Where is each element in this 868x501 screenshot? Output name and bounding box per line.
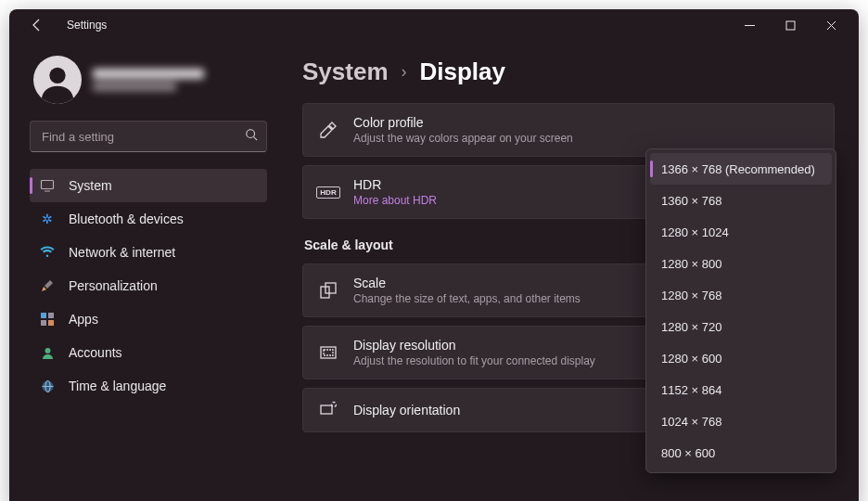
nav-label: Apps [69,312,98,327]
apps-icon [39,311,56,328]
svg-rect-21 [321,405,332,414]
nav-personalization[interactable]: Personalization [30,269,267,302]
nav-label: Personalization [69,278,158,293]
hdr-icon: HDR [318,182,338,202]
maximize-button[interactable] [770,9,811,41]
dropdown-option[interactable]: 1280 × 1024 [650,216,832,248]
svg-point-5 [247,130,255,138]
svg-rect-7 [42,181,54,189]
resolution-icon [318,342,338,363]
wifi-icon [39,244,56,261]
card-subtitle: Adjust the way colors appear on your scr… [353,132,819,145]
svg-rect-18 [326,283,336,293]
dropdown-option[interactable]: 1280 × 768 [650,279,832,311]
dropdown-option[interactable]: 1360 × 768 [650,185,832,216]
paintbrush-icon [39,277,56,294]
nav-label: System [69,178,112,193]
nav-label: Time & language [69,379,166,393]
settings-window: Settings Syste [9,9,859,501]
svg-point-4 [49,68,65,84]
orientation-icon [318,400,338,420]
dropdown-option[interactable]: 800 × 600 [650,437,832,469]
svg-rect-20 [324,350,333,355]
nav-label: Bluetooth & devices [69,212,184,226]
dropdown-option[interactable]: 1280 × 800 [650,248,832,279]
search-input[interactable] [30,121,267,152]
back-button[interactable] [24,12,50,38]
breadcrumb-current: Display [420,58,506,86]
nav-time-language[interactable]: Time & language [30,369,267,403]
svg-line-6 [254,137,258,141]
sidebar: System ✲ Bluetooth & devices Network & i… [9,41,278,501]
svg-rect-9 [41,313,46,318]
titlebar-title: Settings [67,19,107,32]
dropdown-option[interactable]: 1024 × 768 [650,405,832,437]
nav-system[interactable]: System [30,169,267,202]
nav-list: System ✲ Bluetooth & devices Network & i… [30,169,267,403]
svg-point-13 [45,348,50,353]
bluetooth-icon: ✲ [39,211,56,227]
titlebar: Settings [9,9,859,41]
svg-rect-1 [786,21,795,30]
main-pane: System › Display Color profile Adjust th… [278,41,859,501]
svg-point-22 [332,403,337,407]
window-controls [729,9,851,41]
nav-network[interactable]: Network & internet [30,236,267,269]
breadcrumb: System › Display [302,58,835,86]
nav-label: Network & internet [69,245,175,260]
dropdown-option[interactable]: 1366 × 768 (Recommended) [650,153,832,185]
nav-apps[interactable]: Apps [30,302,267,336]
avatar [33,56,82,104]
nav-accounts[interactable]: Accounts [30,336,267,369]
breadcrumb-root[interactable]: System [302,58,389,86]
dropdown-option[interactable]: 1280 × 600 [650,342,832,374]
profile-text-blurred [93,69,204,91]
resolution-dropdown[interactable]: 1366 × 768 (Recommended) 1360 × 768 1280… [645,148,836,473]
minimize-button[interactable] [729,9,770,41]
svg-rect-12 [48,320,54,326]
globe-icon [39,378,56,394]
svg-rect-10 [48,313,54,318]
search-box[interactable] [30,121,267,152]
dropdown-option[interactable]: 1280 × 720 [650,311,832,342]
scale-icon [318,280,338,301]
profile-block[interactable] [33,56,267,104]
system-icon [39,177,56,194]
card-title: Color profile [353,115,819,130]
nav-label: Accounts [69,345,122,360]
pen-icon [318,120,338,140]
svg-rect-11 [41,320,46,326]
close-button[interactable] [811,9,851,41]
dropdown-option[interactable]: 1152 × 864 [650,374,832,405]
nav-bluetooth[interactable]: ✲ Bluetooth & devices [30,202,267,236]
chevron-right-icon: › [402,62,407,82]
search-icon [245,128,258,145]
accounts-icon [39,344,56,361]
